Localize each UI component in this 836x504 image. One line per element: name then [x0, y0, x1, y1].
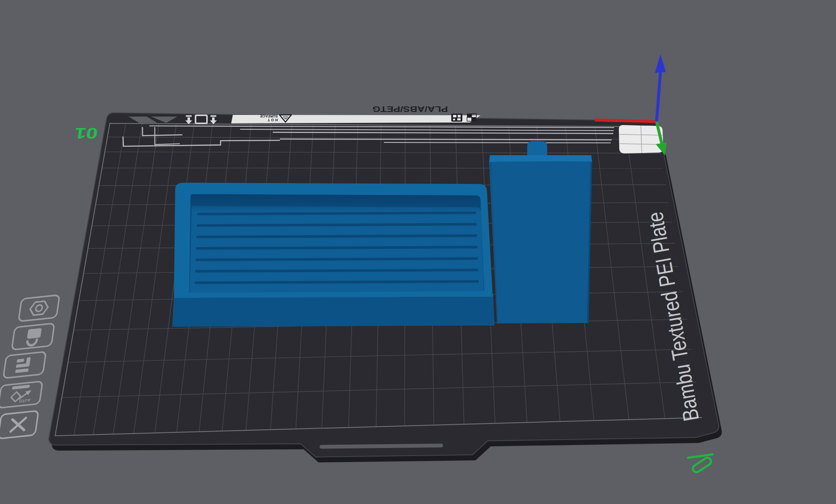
hot-surface-line1: HOT — [267, 118, 278, 122]
model-slab — [489, 141, 592, 323]
plate-info-strip: HOT SURFACE PLA/ABS/PETG — [231, 105, 481, 123]
plate-name-button[interactable] — [3, 352, 46, 379]
name-list-icon — [15, 357, 31, 373]
slicer-3d-viewport[interactable]: HOT SURFACE PLA/ABS/PETG — [0, 0, 836, 504]
lock-plate-button[interactable] — [12, 323, 55, 350]
plate-handle-slot — [322, 446, 441, 447]
lock-icon — [26, 328, 42, 346]
z-axis — [655, 54, 666, 122]
x-axis — [595, 120, 657, 122]
close-x-icon — [11, 418, 26, 432]
plate-corner-marker-icon — [688, 454, 713, 473]
hexagon-nut-icon — [29, 301, 49, 315]
materials-label: PLA/ABS/PETG — [372, 105, 448, 114]
plate-toolbar: AUTO — [0, 295, 59, 439]
auto-arrange-button[interactable]: AUTO — [0, 381, 42, 408]
calibration-corner-patch — [619, 125, 663, 153]
model-tray — [172, 183, 495, 327]
hot-surface-line2: SURFACE — [260, 114, 278, 118]
plate-number[interactable]: 01 — [73, 125, 99, 142]
plate-settings-button[interactable] — [19, 295, 60, 321]
qr-code-icon — [451, 114, 462, 122]
delete-plate-button[interactable] — [0, 411, 39, 439]
